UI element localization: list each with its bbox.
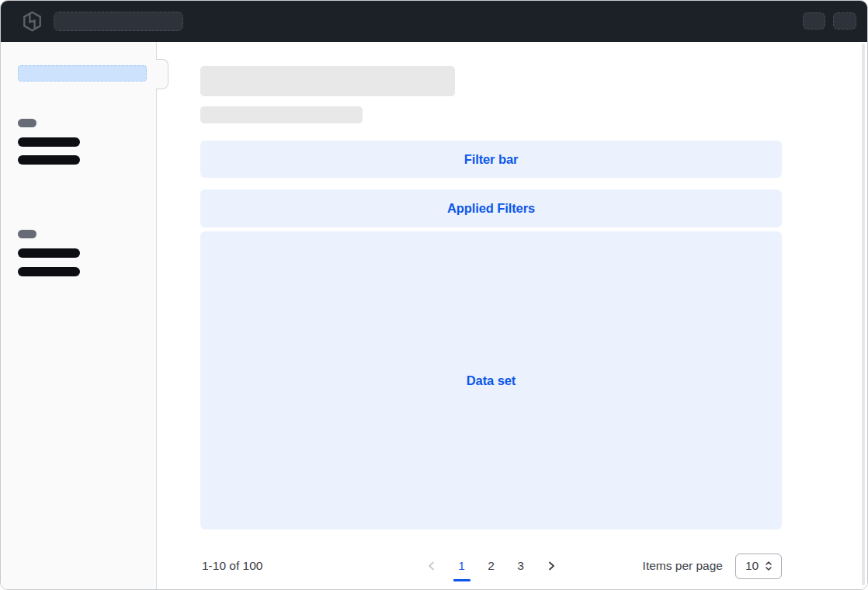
page-title-skeleton: [200, 66, 455, 96]
pagination-page-2[interactable]: 2: [482, 556, 501, 576]
pagination-pager: 1 2 3: [422, 556, 561, 576]
data-set-region: Data set: [200, 231, 782, 529]
sidebar-active-item-skeleton[interactable]: [18, 65, 147, 82]
search-placeholder-skeleton[interactable]: [54, 12, 183, 31]
page-subtitle-skeleton: [200, 106, 363, 123]
topbar-action-skeleton-1[interactable]: [803, 12, 825, 30]
chevron-right-icon: [545, 560, 557, 572]
chevron-left-icon: [425, 560, 438, 572]
applied-filters-region: Applied Filters: [200, 189, 782, 227]
sidebar-nav-item-skeleton[interactable]: [18, 137, 80, 147]
items-per-page-label: Items per page: [643, 559, 723, 573]
main-content: Filter bar Applied Filters Data set 1-10…: [158, 42, 867, 589]
items-per-page-value: 10: [745, 559, 759, 573]
pagination-prev-button[interactable]: [422, 556, 442, 576]
sidebar-section-label-skeleton: [18, 119, 36, 127]
pagination-bar: 1-10 of 100 1 2 3 Items per page: [200, 544, 782, 588]
topbar-action-skeleton-2[interactable]: [833, 12, 856, 30]
select-caret-icon: [764, 560, 773, 571]
items-per-page-select[interactable]: 10: [735, 554, 782, 579]
top-navigation-bar: [1, 1, 867, 42]
filter-bar-region: Filter bar: [200, 141, 782, 178]
applied-filters-label: Applied Filters: [447, 201, 535, 216]
sidebar-section-label-skeleton: [18, 230, 36, 238]
sidebar: [1, 42, 157, 589]
pagination-next-button[interactable]: [541, 556, 561, 576]
sidebar-nav-item-skeleton[interactable]: [18, 248, 80, 258]
app-window: Filter bar Applied Filters Data set 1-10…: [0, 0, 868, 590]
scrollbar-track[interactable]: [862, 43, 865, 585]
sidebar-nav-item-skeleton[interactable]: [18, 267, 80, 276]
filter-bar-label: Filter bar: [464, 152, 519, 167]
hashicorp-logo-icon: [21, 10, 43, 33]
sidebar-nav-item-skeleton[interactable]: [18, 155, 80, 165]
pagination-page-1[interactable]: 1: [453, 556, 471, 576]
pagination-page-3[interactable]: 3: [512, 556, 530, 576]
data-set-label: Data set: [467, 373, 516, 388]
items-per-page-control: Items per page 10: [643, 554, 782, 579]
pagination-range-text: 1-10 of 100: [202, 559, 262, 573]
sidebar-collapse-toggle[interactable]: [156, 59, 168, 89]
